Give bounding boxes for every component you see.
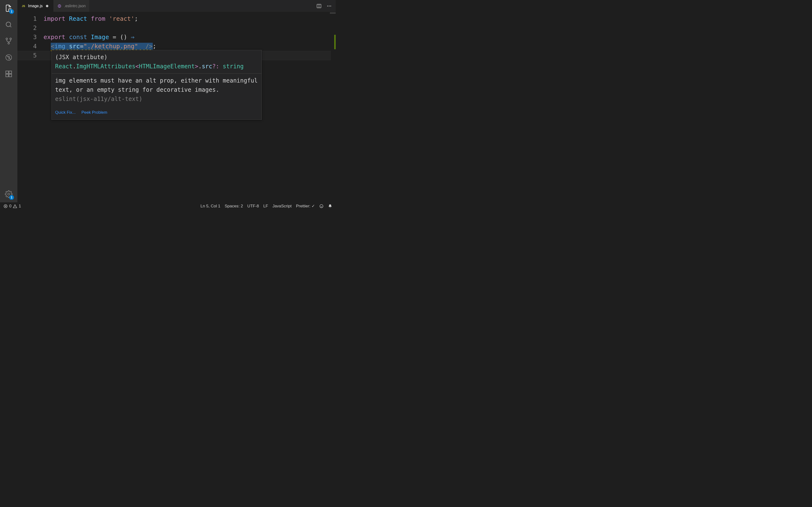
tab-bar: JS Image.js .eslintrc.json [17, 0, 336, 12]
tab-image-js[interactable]: JS Image.js [17, 0, 53, 12]
explorer-icon[interactable]: 1 [4, 3, 13, 13]
minimap-change-indicator [334, 35, 336, 49]
source-control-icon[interactable] [4, 36, 13, 46]
settings-gear-icon[interactable]: 1 [4, 189, 13, 199]
line-number-gutter: 1 2 3 4 5 [17, 12, 44, 202]
svg-point-0 [6, 22, 11, 26]
svg-point-14 [329, 6, 329, 6]
search-icon[interactable] [4, 20, 13, 30]
status-bar: 0 1 Ln 5, Col 1 Spaces: 2 UTF-8 LF JavaS… [0, 202, 336, 210]
debug-disabled-icon[interactable] [4, 53, 13, 62]
svg-point-3 [8, 43, 10, 44]
settings-badge: 1 [9, 195, 14, 200]
quick-fix-link[interactable]: Quick Fix... [55, 108, 75, 117]
explorer-badge: 1 [9, 9, 14, 14]
svg-point-2 [10, 38, 12, 40]
status-indentation[interactable]: Spaces: 2 [225, 204, 243, 209]
svg-point-10 [8, 193, 10, 195]
peek-problem-link[interactable]: Peek Problem [82, 108, 107, 117]
hover-tooltip: (JSX attribute) React.ImgHTMLAttributes<… [51, 50, 262, 120]
status-language[interactable]: JavaScript [272, 204, 292, 209]
svg-point-11 [58, 5, 61, 7]
code-line[interactable]: export const Image = () ⇒ [44, 33, 336, 42]
dirty-indicator-icon[interactable] [45, 4, 49, 8]
status-prettier[interactable]: Prettier: ✓ [296, 204, 315, 209]
minimap[interactable] [330, 12, 336, 14]
activity-bar: 1 1 [0, 0, 17, 202]
status-eol[interactable]: LF [263, 204, 268, 209]
code-line[interactable]: <img src="./ketchup.png" />; [44, 42, 336, 51]
tab-label: .eslintrc.json [64, 4, 86, 8]
svg-rect-7 [6, 74, 8, 77]
more-actions-icon[interactable] [326, 3, 332, 9]
tab-label: Image.js [28, 4, 43, 8]
status-notifications-icon[interactable] [328, 204, 332, 208]
hover-lint-message: img elements must have an alt prop, eith… [52, 73, 261, 106]
json-file-icon [57, 4, 62, 8]
status-problems[interactable]: 0 1 [3, 204, 21, 209]
svg-point-1 [6, 38, 8, 40]
svg-point-13 [327, 6, 328, 6]
code-editor[interactable]: 1 2 3 4 5 import React from 'react'; exp… [17, 12, 336, 202]
status-feedback-icon[interactable] [319, 204, 323, 208]
error-icon [3, 204, 8, 208]
extensions-icon[interactable] [4, 69, 13, 79]
svg-rect-9 [9, 71, 12, 74]
svg-rect-6 [6, 71, 8, 74]
warning-icon [13, 204, 17, 208]
code-line[interactable] [44, 23, 336, 33]
hover-signature: (JSX attribute) React.ImgHTMLAttributes<… [52, 50, 261, 73]
svg-point-15 [331, 6, 331, 6]
javascript-file-icon: JS [21, 4, 26, 8]
code-line[interactable]: import React from 'react'; [44, 14, 336, 23]
status-encoding[interactable]: UTF-8 [247, 204, 259, 209]
split-editor-icon[interactable] [316, 3, 322, 9]
tab-eslintrc-json[interactable]: .eslintrc.json [53, 0, 90, 12]
svg-point-17 [320, 205, 323, 208]
svg-rect-8 [9, 74, 12, 77]
status-cursor-position[interactable]: Ln 5, Col 1 [201, 204, 220, 209]
